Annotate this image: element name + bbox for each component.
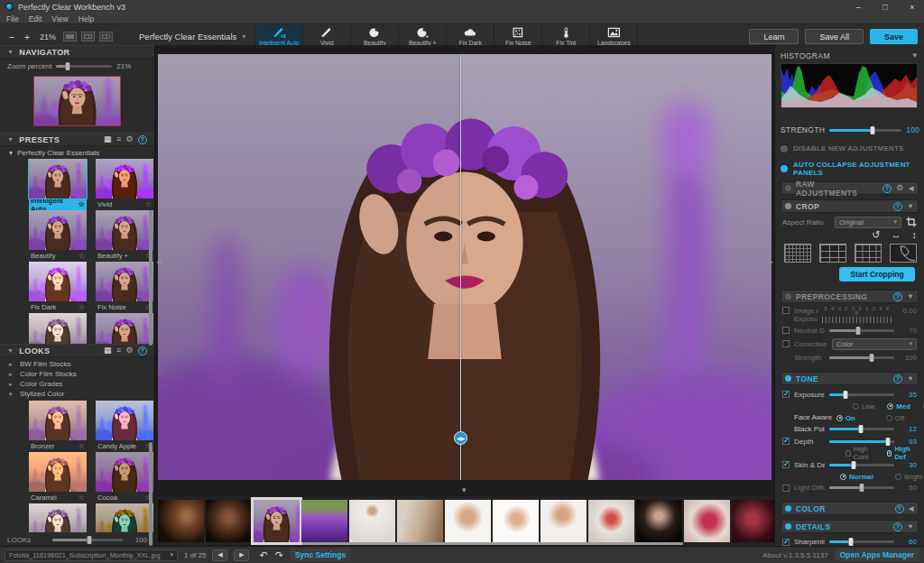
preset-intelligent-auto[interactable]: Intelligent Auto☆: [29, 159, 87, 210]
sharpening-checkbox[interactable]: [782, 539, 790, 546]
presets-group-row[interactable]: ▾ Perfectly Clear Essentials: [0, 146, 154, 159]
tone-header[interactable]: TONE ? ▼: [781, 372, 919, 385]
photo-canvas[interactable]: ◀▶ ◀ ▶ ▼: [155, 45, 774, 495]
details-header[interactable]: DETAILS ? ▼: [781, 520, 919, 533]
collapse-filmstrip-icon[interactable]: ▼: [460, 486, 467, 494]
filmstrip-thumb-6[interactable]: [397, 500, 443, 542]
look-candy-apple[interactable]: Candy Apple☆: [96, 401, 153, 452]
look-thumb[interactable]: [96, 503, 153, 532]
corrective-filter-dropdown[interactable]: Color ▾: [832, 338, 917, 350]
grid-view-icon[interactable]: ▦: [104, 346, 112, 355]
single-view-button[interactable]: [63, 32, 77, 42]
crop-grid-thirds-button[interactable]: [819, 244, 846, 263]
corrective-filter-checkbox[interactable]: [782, 340, 790, 347]
preprocessing-strength-slider[interactable]: [829, 356, 894, 359]
maximize-button[interactable]: □: [879, 3, 892, 12]
color-header[interactable]: COLOR ? ◀: [781, 502, 919, 515]
crop-frame-icon[interactable]: [906, 217, 917, 227]
rotate-icon[interactable]: ↺: [872, 229, 880, 241]
star-icon[interactable]: ☆: [79, 252, 85, 260]
skin-depth-bias-slider[interactable]: [829, 464, 894, 466]
neutral-density-checkbox[interactable]: [782, 327, 790, 334]
filmstrip-thumb-13[interactable]: [732, 500, 774, 542]
collapse-triangle-icon[interactable]: ◀: [909, 504, 914, 512]
navigator-header[interactable]: ▼ NAVIGATOR: [0, 45, 154, 59]
help-icon[interactable]: ?: [895, 504, 904, 513]
menu-view[interactable]: View: [51, 14, 68, 23]
list-view-icon[interactable]: ≡: [116, 346, 122, 355]
radio-off[interactable]: Off: [886, 414, 904, 422]
radio-normal[interactable]: Normal: [840, 473, 873, 481]
next-image-button[interactable]: ▶: [234, 549, 249, 561]
light-diffusion-checkbox[interactable]: [782, 485, 790, 492]
looks-strength-slider[interactable]: [52, 539, 123, 541]
depth-slider[interactable]: [829, 440, 894, 443]
list-view-icon[interactable]: ≡: [116, 135, 122, 143]
gear-icon[interactable]: ⚙: [126, 346, 134, 355]
looks-scrollbar[interactable]: [149, 442, 152, 546]
collapse-left-panel-icon[interactable]: ◀: [156, 257, 162, 266]
filmstrip-thumb-3[interactable]: [254, 500, 300, 542]
collapse-triangle-icon[interactable]: ▼: [907, 202, 914, 210]
radio-high-def[interactable]: High Def: [887, 445, 917, 461]
looks-header[interactable]: ▼ LOOKS ▦ ≡ ⚙ ?: [0, 344, 154, 357]
looks-category-bw-film-stocks[interactable]: ▸BW Film Stocks: [0, 359, 154, 369]
minimize-button[interactable]: –: [852, 3, 864, 12]
presets-header[interactable]: ▼ PRESETS ▦ ≡ ⚙ ?: [0, 133, 154, 146]
preset-beautify[interactable]: Beautify☆: [29, 210, 87, 262]
skin-depth-bias-checkbox[interactable]: [782, 461, 790, 468]
flip-vertical-icon[interactable]: ↕: [912, 229, 918, 240]
side-by-side-view-button[interactable]: [99, 32, 113, 42]
save-all-button[interactable]: Save All: [805, 29, 864, 44]
zoom-out-button[interactable]: −: [6, 32, 17, 42]
preset-fix-noise[interactable]: Fix Noise☆: [96, 262, 153, 313]
help-icon[interactable]: ?: [893, 292, 902, 301]
help-icon[interactable]: ?: [882, 184, 892, 193]
help-icon[interactable]: ?: [893, 374, 902, 383]
sharpening-slider[interactable]: [829, 540, 894, 543]
look-cocoa[interactable]: Cocoa☆: [96, 452, 153, 503]
auto-collapse-toggle[interactable]: AUTO COLLAPSE ADJUSTMENT PANELS: [781, 161, 919, 177]
collapse-triangle-icon[interactable]: ▼: [907, 292, 914, 300]
filmstrip-thumb-7[interactable]: [445, 500, 491, 542]
filmstrip-thumb-9[interactable]: [541, 500, 587, 542]
neutral-density-slider[interactable]: [829, 329, 894, 332]
radio-bright[interactable]: Bright: [895, 473, 922, 481]
collapse-triangle-icon[interactable]: ▼: [911, 51, 919, 60]
redo-icon[interactable]: ↷: [275, 549, 283, 561]
open-apps-manager-button[interactable]: Open Apps Manager: [835, 549, 919, 561]
preprocessing-header[interactable]: PREPROCESSING ? ▼: [781, 290, 919, 303]
exposure-checkbox[interactable]: [782, 391, 790, 398]
black-point-slider[interactable]: [829, 428, 894, 430]
preset-vivid[interactable]: Vivid☆: [96, 159, 153, 210]
looks-category-color-film-stocks[interactable]: ▸Color Film Stocks: [0, 369, 154, 379]
light-diffusion-slider[interactable]: [829, 486, 894, 489]
grid-view-icon[interactable]: ▦: [104, 135, 112, 143]
filmstrip-scrollbar[interactable]: [273, 542, 683, 545]
radio-high-cont[interactable]: High Cont: [845, 445, 878, 461]
looks-category-stylized-color[interactable]: ▾Stylized Color: [0, 389, 154, 399]
help-icon[interactable]: ?: [893, 522, 902, 531]
filmstrip-thumb-5[interactable]: [349, 500, 395, 542]
crop-header[interactable]: CROP ? ▼: [781, 199, 919, 213]
previous-image-button[interactable]: ◀: [212, 549, 227, 561]
radio-on[interactable]: On: [836, 414, 855, 422]
help-icon[interactable]: ?: [138, 346, 147, 355]
preset-thumb[interactable]: [96, 313, 153, 344]
raw-adjustments-header[interactable]: RAW ADJUSTMENTS ? ⚙ ◀: [781, 181, 919, 195]
collapse-triangle-icon[interactable]: ◀: [909, 184, 914, 192]
navigator-thumbnail[interactable]: [33, 76, 121, 126]
sync-settings-button[interactable]: Sync Settings: [290, 549, 351, 561]
crop-grid-fine-button[interactable]: [784, 244, 811, 263]
image-ambulance-checkbox[interactable]: [782, 307, 790, 314]
preset-fix-dark[interactable]: Fix Dark☆: [29, 262, 87, 313]
zoom-in-button[interactable]: +: [22, 32, 32, 42]
disable-new-adjustments-toggle[interactable]: DISABLE NEW ADJUSTMENTS: [781, 144, 919, 152]
filmstrip-thumb-11[interactable]: [636, 500, 682, 542]
crop-grid-quarters-button[interactable]: [855, 244, 882, 263]
exposure-value-ruler[interactable]: 5 4 3 2 1 0 1 2 3 4 5: [822, 307, 892, 323]
save-button[interactable]: Save: [870, 29, 918, 44]
radio-low[interactable]: Low: [853, 402, 874, 411]
filmstrip-thumb-8[interactable]: [493, 500, 539, 542]
star-icon[interactable]: ☆: [79, 442, 85, 450]
